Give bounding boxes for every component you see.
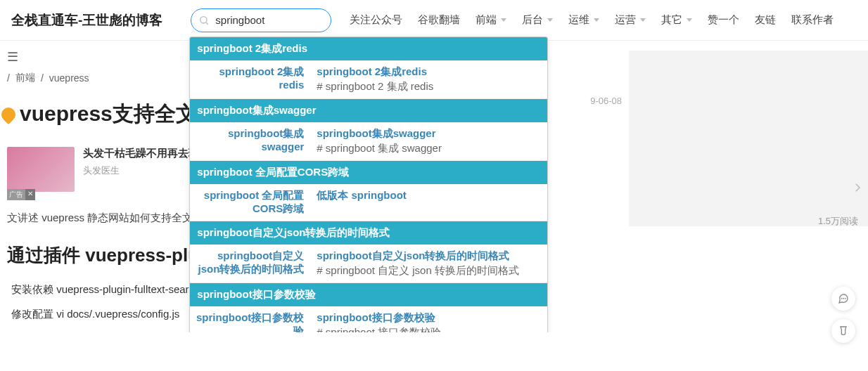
search-suggestions[interactable]: springboot 2集成redisspringboot 2集成redissp…: [189, 37, 548, 333]
suggestion-snippet: # springboot 集成 swagger: [317, 142, 540, 155]
suggestion-right: springboot自定义json转换后的时间格式# springboot 自定…: [309, 245, 547, 282]
menu-icon[interactable]: ☰: [7, 49, 18, 65]
suggestion-group-header[interactable]: springboot 全局配置CORS跨域: [190, 161, 547, 184]
chevron-down-icon: [547, 18, 553, 22]
suggestion-right: 低版本 springboot: [309, 184, 547, 221]
suggestion-left: springboot 全局配置CORS跨域: [190, 184, 309, 221]
breadcrumb-item[interactable]: 前端: [15, 72, 35, 84]
nav-label: 赞一个: [708, 13, 739, 27]
main-nav: 关注公众号谷歌翻墙前端后台运维运营其它赞一个友链联系作者: [350, 13, 834, 27]
search-box[interactable]: [191, 8, 331, 32]
suggestion-row[interactable]: springboot接口参数校验springboot接口参数校验# spring…: [190, 306, 547, 333]
svg-point-2: [841, 298, 842, 299]
search-input[interactable]: [215, 14, 322, 26]
nav-label: 联系作者: [791, 13, 834, 27]
svg-point-0: [200, 16, 207, 22]
search-wrap: springboot 2集成redisspringboot 2集成redissp…: [191, 8, 331, 32]
breadcrumb-item[interactable]: vuepress: [49, 72, 89, 84]
nav-item[interactable]: 运营: [615, 13, 646, 27]
nav-label: 友链: [755, 13, 776, 27]
post-date: 9-06-08: [590, 96, 622, 106]
suggestion-snippet: # springboot 自定义 json 转换后的时间格式: [317, 264, 540, 278]
suggestion-row[interactable]: springboot 2集成redisspringboot 2集成redis# …: [190, 60, 547, 99]
nav-item[interactable]: 其它: [661, 13, 692, 27]
search-icon: [198, 15, 210, 26]
suggestion-left: springboot集成swagger: [190, 122, 309, 160]
nav-label: 其它: [661, 13, 682, 27]
chevron-down-icon: [687, 18, 692, 22]
svg-point-4: [845, 298, 845, 299]
suggestion-row[interactable]: springboot 全局配置CORS跨域低版本 springboot: [190, 184, 547, 221]
nav-item[interactable]: 后台: [522, 13, 553, 27]
suggestion-row[interactable]: springboot集成swaggerspringboot集成swagger# …: [190, 122, 547, 161]
suggestion-right: springboot接口参数校验# springboot 接口参数校验: [309, 306, 547, 333]
nav-item[interactable]: 谷歌翻墙: [418, 13, 460, 27]
chevron-down-icon: [640, 18, 646, 22]
suggestion-title: 低版本 springboot: [317, 189, 540, 202]
suggestion-snippet: # springboot 2 集成 redis: [317, 80, 540, 93]
nav-item[interactable]: 赞一个: [708, 13, 739, 27]
nav-label: 谷歌翻墙: [418, 13, 460, 27]
read-count: 1.5万阅读: [818, 215, 858, 228]
nav-item[interactable]: 运维: [568, 13, 599, 27]
nav-label: 后台: [522, 13, 543, 27]
ad-image: 广告 ✕: [7, 147, 75, 192]
comment-button[interactable]: [831, 287, 855, 311]
ad-badge: 广告 ✕: [7, 189, 35, 200]
suggestion-group-header[interactable]: springboot自定义json转换后的时间格式: [190, 221, 547, 245]
svg-point-3: [843, 298, 844, 299]
nav-item[interactable]: 关注公众号: [350, 13, 402, 27]
breadcrumb-sep: /: [7, 72, 10, 84]
suggestion-title: springboot 2集成redis: [317, 65, 540, 79]
suggestion-group-header[interactable]: springboot集成swagger: [190, 99, 547, 122]
breadcrumb-sep: /: [41, 72, 44, 84]
nav-label: 关注公众号: [350, 13, 402, 27]
suggestion-group-header[interactable]: springboot接口参数校验: [190, 283, 547, 306]
chevron-down-icon: [501, 18, 506, 22]
ad-label: 广告: [7, 189, 25, 200]
close-icon[interactable]: ✕: [25, 189, 35, 200]
right-ad-slot[interactable]: [629, 51, 868, 226]
nav-label: 前端: [476, 13, 497, 27]
suggestion-right: springboot集成swagger# springboot 集成 swagg…: [309, 122, 547, 160]
suggestion-title: springboot集成swagger: [317, 127, 540, 141]
svg-line-1: [206, 22, 208, 25]
nav-label: 运营: [615, 13, 636, 27]
suggestion-left: springboot自定义json转换后的时间格式: [190, 245, 309, 282]
suggestion-title: springboot接口参数校验: [317, 311, 540, 325]
suggestion-left: springboot接口参数校验: [190, 306, 309, 333]
chevron-right-icon[interactable]: [851, 181, 864, 196]
fire-icon: [0, 104, 18, 124]
nav-label: 运维: [568, 13, 589, 27]
suggestion-row[interactable]: springboot自定义json转换后的时间格式springboot自定义js…: [190, 245, 547, 283]
suggestion-title: springboot自定义json转换后的时间格式: [317, 249, 540, 263]
suggestion-left: springboot 2集成redis: [190, 60, 309, 98]
suggestion-snippet: # springboot 接口参数校验: [317, 326, 540, 333]
suggestion-right: springboot 2集成redis# springboot 2 集成 red…: [309, 60, 547, 98]
chevron-down-icon: [594, 18, 599, 22]
nav-item[interactable]: 联系作者: [791, 13, 834, 27]
nav-item[interactable]: 前端: [476, 13, 506, 27]
suggestion-group-header[interactable]: springboot 2集成redis: [190, 37, 547, 60]
nav-item[interactable]: 友链: [755, 13, 776, 27]
app-header: 全栈直通车-王世彪的博客 springboot 2集成redisspringbo…: [0, 0, 868, 41]
site-title[interactable]: 全栈直通车-王世彪的博客: [11, 11, 162, 30]
